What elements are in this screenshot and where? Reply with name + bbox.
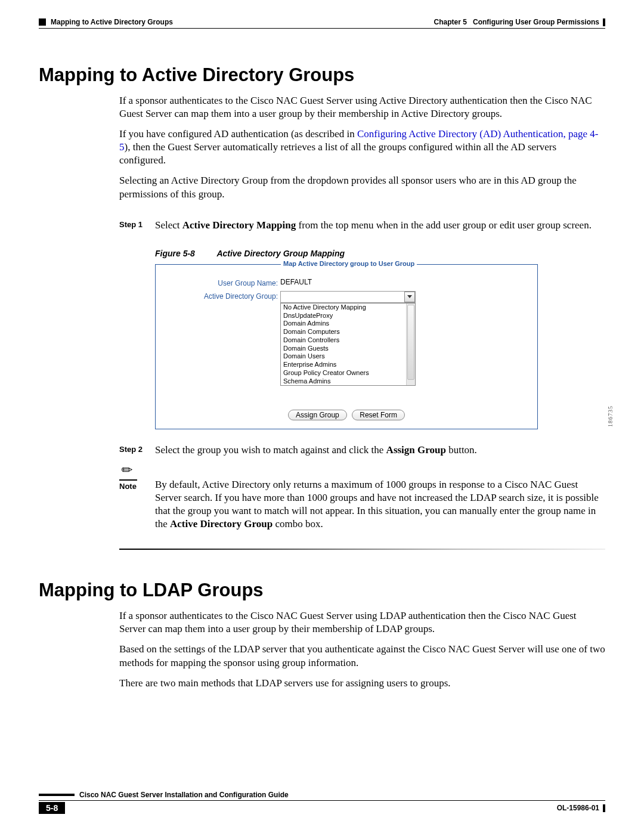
paragraph: Based on the settings of the LDAP server… (119, 643, 605, 669)
dropdown-option[interactable]: Enterprise Admins (281, 361, 415, 369)
heading-ad-mapping: Mapping to Active Directory Groups (39, 64, 605, 86)
dropdown-option[interactable]: Domain Users (281, 352, 415, 361)
step-text: Select Active Directory Mapping from the… (155, 219, 605, 232)
value-user-group-name: DEFAULT (280, 278, 312, 286)
header-marker-icon (39, 18, 46, 26)
paragraph: There are two main methods that LDAP ser… (119, 677, 605, 690)
dropdown-option[interactable]: Domain Guests (281, 345, 415, 353)
footer-guide-title: Cisco NAC Guest Server Installation and … (79, 791, 289, 799)
fieldset-legend: Map Active Directory group to User Group (281, 260, 417, 267)
paragraph: If a sponsor authenticates to the Cisco … (119, 94, 605, 120)
dropdown-option[interactable]: Schema Admins (281, 377, 415, 386)
figure-label: Figure 5-8 (155, 249, 215, 258)
section-rule (119, 549, 605, 550)
header-chapter-label: Chapter 5 (434, 18, 467, 26)
dropdown-option[interactable]: Domain Admins (281, 320, 415, 328)
ad-group-combobox[interactable] (280, 291, 416, 303)
note-label: Note (119, 482, 155, 491)
dropdown-option[interactable]: No Active Directory Mapping (281, 304, 415, 312)
figure-caption: Figure 5-8 Active Directory Group Mappin… (155, 249, 605, 258)
figure-id: 186735 (607, 405, 614, 427)
dropdown-option[interactable]: Domain Controllers (281, 336, 415, 345)
text: button. (446, 444, 477, 456)
text: combo box. (273, 518, 323, 529)
heading-ldap-mapping: Mapping to LDAP Groups (39, 580, 605, 601)
text-bold: Assign Group (386, 444, 446, 456)
dropdown-option[interactable]: Group Policy Creator Owners (281, 369, 415, 377)
header-rule (39, 28, 605, 29)
chevron-down-icon (407, 295, 412, 298)
note-block: ✎ Note By default, Active Directory only… (119, 463, 605, 531)
step-1: Step 1 Select Active Directory Mapping f… (119, 219, 605, 232)
doc-id: OL-15986-01 (557, 804, 599, 812)
step-2: Step 2 Select the group you wish to matc… (119, 444, 605, 457)
ad-group-dropdown-list[interactable]: No Active Directory Mapping DnsUpdatePro… (280, 303, 416, 386)
footer-rule (39, 800, 605, 801)
pencil-icon: ✎ (117, 461, 136, 479)
page-number: 5-8 (39, 802, 65, 814)
text-bold: Active Directory Mapping (182, 219, 296, 231)
page-footer: Cisco NAC Guest Server Installation and … (39, 791, 605, 814)
step-text: Select the group you wish to match again… (155, 444, 605, 457)
text-bold: Active Directory Group (170, 518, 273, 529)
text: from the top menu when in the add user g… (296, 219, 592, 231)
dropdown-arrow-button[interactable] (404, 292, 415, 302)
paragraph: If a sponsor authenticates to the Cisco … (119, 609, 605, 636)
step-label: Step 1 (119, 219, 155, 232)
scrollbar-thumb[interactable] (407, 305, 414, 380)
figure-ad-group-mapping: Map Active Directory group to User Group… (155, 264, 538, 429)
label-user-group-name: User Group Name: (156, 278, 280, 287)
footer-bar-icon (603, 804, 605, 812)
assign-group-button[interactable]: Assign Group (288, 410, 347, 420)
text: Select the group you wish to match again… (155, 444, 386, 456)
note-text: By default, Active Directory only return… (155, 463, 605, 531)
text: ), then the Guest Server automatically r… (119, 141, 556, 166)
scrollbar[interactable] (406, 304, 415, 386)
header-section-title: Mapping to Active Directory Groups (51, 18, 173, 26)
running-header: Mapping to Active Directory Groups Chapt… (39, 18, 605, 26)
figure-title: Active Directory Group Mapping (216, 249, 345, 258)
label-ad-group: Active Directory Group: (156, 291, 280, 301)
step-label: Step 2 (119, 444, 155, 457)
dropdown-option[interactable]: DnsUpdateProxy (281, 312, 415, 320)
header-chapter-title: Configuring User Group Permissions (473, 18, 599, 26)
dropdown-option[interactable]: Domain Computers (281, 328, 415, 336)
paragraph: If you have configured AD authentication… (119, 128, 605, 167)
paragraph: Selecting an Active Directory Group from… (119, 174, 605, 200)
text: If you have configured AD authentication… (119, 128, 357, 140)
header-bar-icon (603, 18, 605, 26)
footer-bar-icon (39, 794, 75, 796)
reset-form-button[interactable]: Reset Form (352, 410, 405, 420)
text: Select (155, 219, 182, 231)
